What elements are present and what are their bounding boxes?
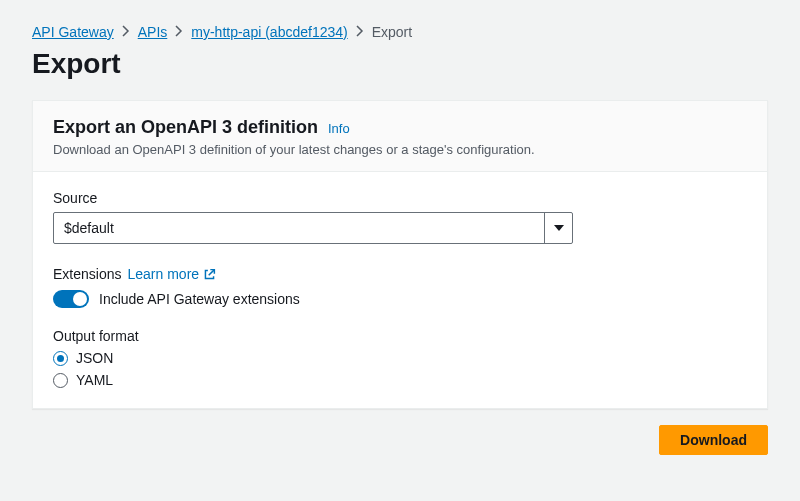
radio-label: YAML <box>76 372 113 388</box>
panel-description: Download an OpenAPI 3 definition of your… <box>53 142 747 157</box>
learn-more-label: Learn more <box>127 266 199 282</box>
extensions-toggle[interactable] <box>53 290 89 308</box>
panel-title: Export an OpenAPI 3 definition <box>53 117 318 137</box>
chevron-right-icon <box>175 24 183 40</box>
export-panel: Export an OpenAPI 3 definition Info Down… <box>32 100 768 409</box>
breadcrumb-current: Export <box>372 24 412 40</box>
caret-down-icon <box>544 213 572 243</box>
page-title: Export <box>32 48 768 80</box>
extensions-label: Extensions <box>53 266 121 282</box>
panel-body: Source $default Extensions Learn more <box>33 172 767 408</box>
source-select[interactable]: $default <box>53 212 573 244</box>
breadcrumb: API Gateway APIs my-http-api (abcdef1234… <box>32 24 768 40</box>
learn-more-link[interactable]: Learn more <box>127 266 216 282</box>
chevron-right-icon <box>122 24 130 40</box>
radio-icon <box>53 373 68 388</box>
download-button[interactable]: Download <box>659 425 768 455</box>
footer: Download <box>32 425 768 455</box>
chevron-right-icon <box>356 24 364 40</box>
external-link-icon <box>203 268 216 281</box>
source-label: Source <box>53 190 747 206</box>
extensions-toggle-label: Include API Gateway extensions <box>99 291 300 307</box>
breadcrumb-api-gateway[interactable]: API Gateway <box>32 24 114 40</box>
breadcrumb-apis[interactable]: APIs <box>138 24 168 40</box>
output-option-json[interactable]: JSON <box>53 350 747 366</box>
extensions-toggle-row: Include API Gateway extensions <box>53 290 747 308</box>
extensions-row: Extensions Learn more <box>53 266 747 282</box>
info-link[interactable]: Info <box>328 121 350 136</box>
output-format-group: Output format JSON YAML <box>53 328 747 388</box>
radio-icon <box>53 351 68 366</box>
output-option-yaml[interactable]: YAML <box>53 372 747 388</box>
breadcrumb-api-name[interactable]: my-http-api (abcdef1234) <box>191 24 347 40</box>
radio-label: JSON <box>76 350 113 366</box>
output-format-label: Output format <box>53 328 747 344</box>
panel-header: Export an OpenAPI 3 definition Info Down… <box>33 101 767 172</box>
source-value: $default <box>64 220 114 236</box>
toggle-knob <box>73 292 87 306</box>
